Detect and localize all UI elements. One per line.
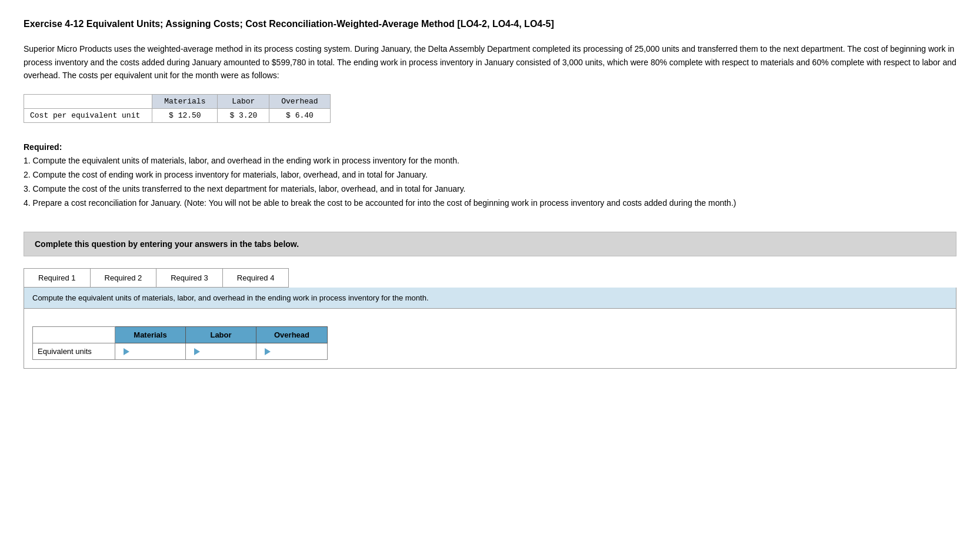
answer-materials-input-cell — [115, 343, 186, 359]
overhead-arrow-icon — [265, 348, 271, 355]
cost-table-header-overhead: Overhead — [269, 94, 330, 108]
answer-table-header-materials: Materials — [115, 326, 186, 343]
answer-table: Materials Labor Overhead Equivalent unit… — [32, 326, 328, 360]
requirement-2: 2. Compute the cost of ending work in pr… — [24, 168, 956, 182]
required-label: Required: — [24, 142, 62, 152]
requirement-3: 3. Compute the cost of the units transfe… — [24, 182, 956, 196]
requirement-1: 1. Compute the equivalent units of mater… — [24, 154, 956, 168]
answer-table-header-labor: Labor — [186, 326, 256, 343]
answer-section: Materials Labor Overhead Equivalent unit… — [24, 309, 956, 368]
tab-required-1[interactable]: Required 1 — [24, 268, 91, 288]
cost-table-overhead-value: $ 6.40 — [269, 108, 330, 122]
complete-banner: Complete this question by entering your … — [24, 232, 956, 256]
cost-table: Materials Labor Overhead Cost per equiva… — [24, 94, 331, 123]
tabs-container: Required 1 Required 2 Required 3 Require… — [24, 268, 956, 288]
cost-table-row-label: Cost per equivalent unit — [24, 108, 152, 122]
tab-required-2[interactable]: Required 2 — [90, 268, 157, 288]
tab-required-3[interactable]: Required 3 — [156, 268, 223, 288]
tab-content-description: Compute the equivalent units of material… — [24, 288, 956, 309]
answer-labor-input-cell — [186, 343, 256, 359]
tab-content-box: Compute the equivalent units of material… — [24, 288, 956, 369]
cost-table-header-labor: Labor — [218, 94, 269, 108]
labor-arrow-icon — [194, 348, 200, 355]
exercise-description: Superior Micro Products uses the weighte… — [24, 42, 956, 82]
required-section: Required: 1. Compute the equivalent unit… — [24, 141, 956, 211]
answer-overhead-input-cell — [256, 343, 328, 359]
materials-arrow-icon — [124, 348, 129, 355]
exercise-title: Exercise 4-12 Equivalent Units; Assignin… — [24, 18, 956, 31]
requirement-4: 4. Prepare a cost reconciliation for Jan… — [24, 196, 956, 211]
cost-table-header-materials: Materials — [152, 94, 218, 108]
tab-required-4[interactable]: Required 4 — [222, 268, 289, 288]
answer-table-row-label: Equivalent units — [33, 343, 115, 359]
answer-table-header-overhead: Overhead — [256, 326, 328, 343]
cost-table-labor-value: $ 3.20 — [218, 108, 269, 122]
cost-table-materials-value: $ 12.50 — [152, 108, 218, 122]
